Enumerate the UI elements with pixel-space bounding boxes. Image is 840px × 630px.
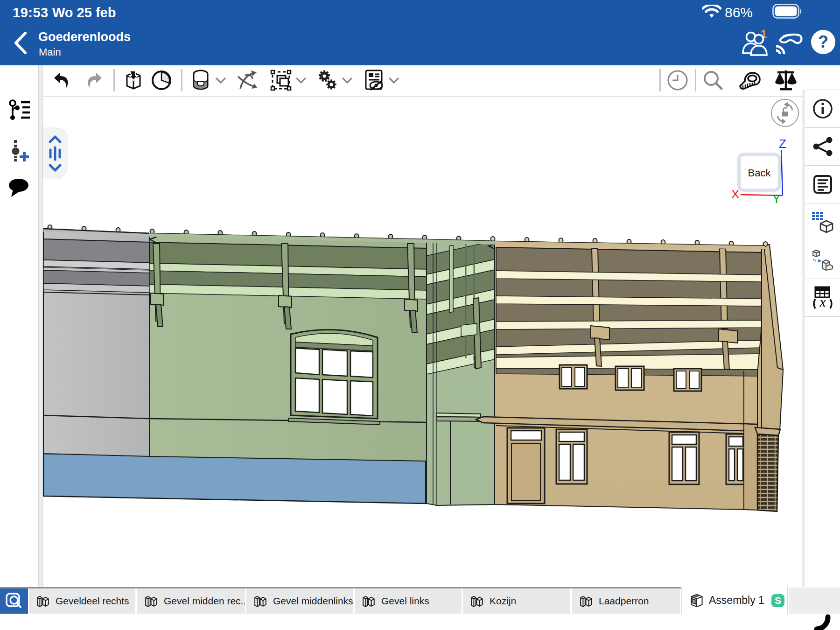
svg-text:Z: Z: [779, 138, 786, 151]
svg-text:Y: Y: [772, 192, 780, 205]
svg-text:?: ?: [818, 32, 828, 51]
svg-text:x: x: [819, 294, 826, 309]
svg-text:X: X: [731, 187, 739, 201]
